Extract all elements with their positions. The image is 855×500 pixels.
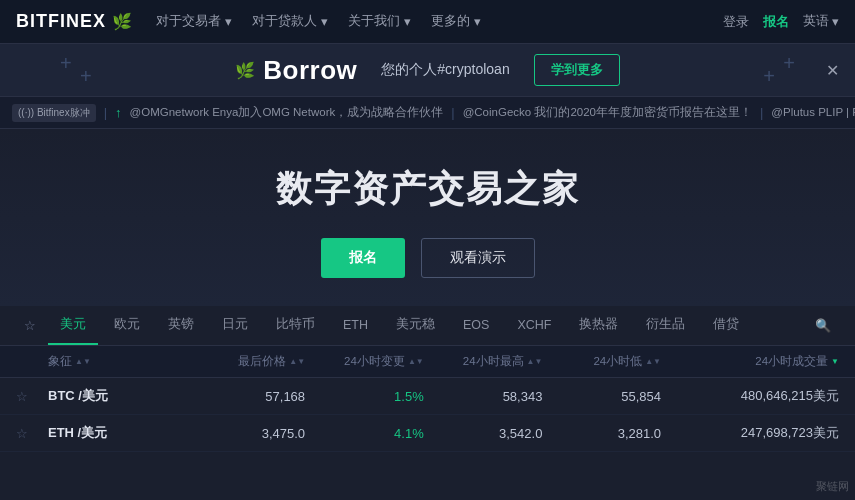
symbol-cell: ETH /美元 (48, 424, 167, 442)
banner-title: Borrow (263, 55, 357, 86)
sort-icon: ▲▼ (645, 357, 661, 366)
tab-eth[interactable]: ETH (331, 308, 380, 344)
th-change: 24小时变更 ▲▼ (305, 354, 424, 369)
ticker-item-3: @Plutus PLIP | Pluton流动 (771, 105, 855, 120)
tab-jpy[interactable]: 日元 (210, 306, 260, 345)
nav-item-lenders[interactable]: 对于贷款人 ▾ (252, 13, 328, 30)
low-cell: 3,281.0 (542, 426, 661, 441)
banner-subtitle: 您的个人#cryptoloan (381, 61, 509, 79)
tab-lending[interactable]: 借贷 (701, 306, 751, 345)
high-cell: 3,542.0 (424, 426, 543, 441)
borrow-banner: + + + + 🌿 Borrow 您的个人#cryptoloan 学到更多 ✕ (0, 44, 855, 97)
watermark: 聚链网 (816, 479, 849, 494)
login-button[interactable]: 登录 (723, 13, 749, 31)
ticker-sep: | (104, 105, 107, 120)
favorite-star[interactable]: ☆ (16, 426, 48, 441)
chevron-down-icon: ▾ (832, 14, 839, 29)
symbol-cell: BTC /美元 (48, 387, 167, 405)
nav-item-more[interactable]: 更多的 ▾ (431, 13, 481, 30)
banner-leaf-icon: 🌿 (235, 61, 255, 80)
th-low: 24小时低 ▲▼ (542, 354, 661, 369)
price-cell: 3,475.0 (167, 426, 305, 441)
tab-derivatives[interactable]: 衍生品 (634, 306, 697, 345)
sort-icon: ▲▼ (408, 357, 424, 366)
nav-item-traders[interactable]: 对于交易者 ▾ (156, 13, 232, 30)
ticker-item-2: @CoinGecko 我们的2020年年度加密货币报告在这里！ (463, 105, 752, 120)
high-cell: 58,343 (424, 389, 543, 404)
logo-text: BITFINEX (16, 11, 106, 32)
market-section: ☆ 美元 欧元 英镑 日元 比特币 ETH 美元稳 EOS XCHF 换热器 衍… (0, 306, 855, 452)
tab-eos[interactable]: EOS (451, 308, 501, 344)
ticker-bar: ((·)) Bitfinex脉冲 | ↑ @OMGnetwork Enya加入O… (0, 97, 855, 129)
th-price: 最后价格 ▲▼ (167, 354, 305, 369)
logo-leaf-icon: 🌿 (112, 12, 132, 31)
nav-right: 登录 报名 英语 ▾ (723, 13, 839, 31)
search-icon[interactable]: 🔍 (807, 308, 839, 343)
change-cell: 4.1% (305, 426, 424, 441)
nav-item-about[interactable]: 关于我们 ▾ (348, 13, 411, 30)
low-cell: 55,854 (542, 389, 661, 404)
sort-icon: ▲▼ (289, 357, 305, 366)
table-row[interactable]: ☆ ETH /美元 3,475.0 4.1% 3,542.0 3,281.0 2… (0, 415, 855, 452)
sort-icon[interactable]: ▼ (831, 357, 839, 366)
table-row[interactable]: ☆ BTC /美元 57,168 1.5% 58,343 55,854 480,… (0, 378, 855, 415)
register-button[interactable]: 报名 (763, 13, 789, 31)
chevron-down-icon: ▾ (225, 14, 232, 29)
tab-exchanger[interactable]: 换热器 (567, 306, 630, 345)
ticker-badge: ((·)) Bitfinex脉冲 (12, 104, 96, 122)
plus-decoration: + (763, 65, 775, 88)
hero-demo-button[interactable]: 观看演示 (421, 238, 535, 278)
tab-xchf[interactable]: XCHF (505, 308, 563, 344)
plus-decoration: + (60, 52, 72, 75)
banner-brand: 🌿 Borrow (235, 55, 357, 86)
plus-decoration: + (80, 65, 92, 88)
chevron-down-icon: ▾ (321, 14, 328, 29)
logo: BITFINEX 🌿 (16, 11, 132, 32)
ticker-item-1: @OMGnetwork Enya加入OMG Network，成为战略合作伙伴 (130, 105, 444, 120)
tab-eur[interactable]: 欧元 (102, 306, 152, 345)
market-tabs: ☆ 美元 欧元 英镑 日元 比特币 ETH 美元稳 EOS XCHF 换热器 衍… (0, 306, 855, 346)
language-selector[interactable]: 英语 ▾ (803, 13, 839, 30)
table-header: 象征 ▲▼ 最后价格 ▲▼ 24小时变更 ▲▼ 24小时最高 ▲▼ 24小时低 … (0, 346, 855, 378)
tab-usd-stable[interactable]: 美元稳 (384, 306, 447, 345)
hero-register-button[interactable]: 报名 (321, 238, 405, 278)
tab-btc[interactable]: 比特币 (264, 306, 327, 345)
ticker-up-arrow: ↑ (115, 105, 122, 120)
change-cell: 1.5% (305, 389, 424, 404)
hero-buttons: 报名 观看演示 (321, 238, 535, 278)
chevron-down-icon: ▾ (474, 14, 481, 29)
sort-icon: ▲▼ (527, 357, 543, 366)
tab-usd[interactable]: 美元 (48, 306, 98, 345)
learn-more-button[interactable]: 学到更多 (534, 54, 620, 86)
th-high: 24小时最高 ▲▼ (424, 354, 543, 369)
chevron-down-icon: ▾ (404, 14, 411, 29)
tab-gbp[interactable]: 英镑 (156, 306, 206, 345)
th-symbol: 象征 ▲▼ (48, 354, 167, 369)
favorites-tab[interactable]: ☆ (16, 308, 44, 343)
nav-left: BITFINEX 🌿 对于交易者 ▾ 对于贷款人 ▾ 关于我们 ▾ 更多的 ▾ (16, 11, 481, 32)
plus-decoration: + (783, 52, 795, 75)
favorite-star[interactable]: ☆ (16, 389, 48, 404)
sort-icon: ▲▼ (75, 357, 91, 366)
ticker-sep: | (451, 105, 454, 120)
ticker-sep: | (760, 105, 763, 120)
nav-menu: 对于交易者 ▾ 对于贷款人 ▾ 关于我们 ▾ 更多的 ▾ (156, 13, 481, 30)
close-banner-button[interactable]: ✕ (826, 61, 839, 80)
hero-title: 数字资产交易之家 (276, 165, 580, 214)
volume-cell: 247,698,723美元 (661, 424, 839, 442)
hero-section: 数字资产交易之家 报名 观看演示 (0, 129, 855, 306)
price-cell: 57,168 (167, 389, 305, 404)
top-nav: BITFINEX 🌿 对于交易者 ▾ 对于贷款人 ▾ 关于我们 ▾ 更多的 ▾ … (0, 0, 855, 44)
th-volume: 24小时成交量 ▼ (661, 354, 839, 369)
volume-cell: 480,646,215美元 (661, 387, 839, 405)
